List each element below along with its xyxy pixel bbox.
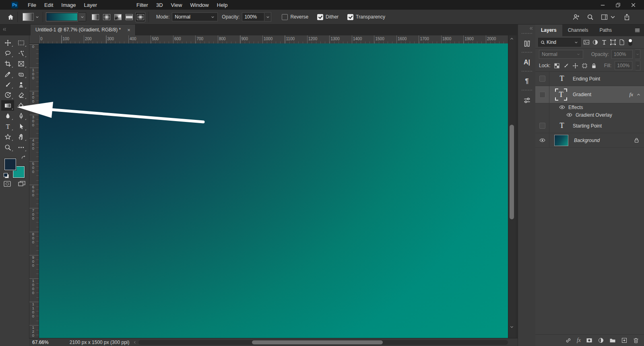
filter-kind-select[interactable]: Kind xyxy=(538,38,581,47)
character-panel-icon[interactable]: A| xyxy=(518,56,536,69)
eye-cell[interactable] xyxy=(535,133,549,147)
scroll-down-icon[interactable] xyxy=(510,325,514,329)
tool-history-brush[interactable] xyxy=(1,90,14,100)
blend-mode-select[interactable]: Normal xyxy=(172,12,218,21)
layer-opacity-input[interactable]: 100% xyxy=(611,50,633,59)
gradient-style-linear[interactable] xyxy=(90,12,100,22)
ruler-corner[interactable] xyxy=(29,35,39,44)
collapse-effects-icon[interactable] xyxy=(636,93,644,97)
default-colors-icon[interactable] xyxy=(4,173,9,178)
panel-tab-paths[interactable]: Paths xyxy=(594,24,617,36)
gradient-style-diamond[interactable] xyxy=(135,12,145,22)
menu-edit[interactable]: Edit xyxy=(40,2,57,8)
scroll-left-icon[interactable] xyxy=(133,340,137,344)
new-layer-icon[interactable] xyxy=(621,337,627,344)
vertical-ruler[interactable]: 01 0 02 0 03 0 04 0 05 0 06 0 07 0 08 0 … xyxy=(29,43,39,338)
layer-effect-row[interactable]: Gradient Overlay xyxy=(535,111,644,119)
restore-button[interactable] xyxy=(610,0,625,10)
layer-name[interactable]: Gradient xyxy=(573,92,591,97)
visibility-empty-box[interactable] xyxy=(539,76,545,82)
tool-crop[interactable] xyxy=(1,58,14,69)
panel-tab-layers[interactable]: Layers xyxy=(535,24,562,36)
transparency-checkbox-icon[interactable] xyxy=(347,14,353,20)
menu-3d[interactable]: 3D xyxy=(152,2,167,8)
screen-mode-icon[interactable] xyxy=(18,180,26,187)
workspace-switcher[interactable] xyxy=(601,14,616,21)
share-icon[interactable] xyxy=(623,14,630,21)
layer-row-gradient[interactable]: TGradientfx xyxy=(535,86,644,103)
visibility-eye-icon[interactable] xyxy=(539,138,545,142)
layer-style-icon[interactable]: fx xyxy=(577,337,581,344)
lock-transparent-pixels-icon[interactable] xyxy=(554,63,560,69)
layer-effect-row[interactable]: Effects xyxy=(535,103,644,111)
search-icon[interactable] xyxy=(587,14,594,21)
tool-patch[interactable] xyxy=(14,69,27,79)
document-tab[interactable]: Untitled-1 @ 67.7% (Gradient, RGB/8) * × xyxy=(31,24,136,35)
visibility-empty-box[interactable] xyxy=(539,123,545,129)
menu-filter[interactable]: Filter xyxy=(132,2,152,8)
layer-fill-chevron[interactable] xyxy=(636,61,640,70)
tool-zoom[interactable] xyxy=(1,142,14,152)
horizontal-scroll-thumb[interactable] xyxy=(252,340,383,344)
visibility-eye-icon[interactable] xyxy=(559,105,565,109)
layer-row-background[interactable]: Background xyxy=(535,133,644,148)
gradient-style-radial[interactable] xyxy=(101,12,111,22)
eye-cell[interactable] xyxy=(535,119,549,133)
gradient-style-reflected[interactable] xyxy=(124,12,134,22)
layer-row-ending-point[interactable]: TEnding Point xyxy=(535,72,644,86)
dither-checkbox-icon[interactable] xyxy=(317,14,323,20)
lock-position-icon[interactable] xyxy=(572,63,578,69)
gradient-editor-preview[interactable] xyxy=(46,13,78,21)
menu-layer[interactable]: Layer xyxy=(80,2,101,8)
reverse-checkbox-icon[interactable] xyxy=(282,14,288,20)
visibility-eye-icon[interactable] xyxy=(566,113,572,117)
menu-window[interactable]: Window xyxy=(186,2,213,8)
quick-mask-icon[interactable] xyxy=(3,180,11,187)
libraries-panel-icon[interactable] xyxy=(518,37,536,50)
gradient-style-angle[interactable] xyxy=(113,12,123,22)
tool-paint-bucket[interactable] xyxy=(14,100,27,111)
tool-edit-toolbar[interactable] xyxy=(14,142,27,152)
tool-frame[interactable] xyxy=(14,58,27,69)
filter-smart-objects-icon[interactable] xyxy=(619,39,625,45)
checkbox-dither[interactable]: Dither xyxy=(317,14,339,20)
fx-badge[interactable]: fx xyxy=(630,91,636,98)
tool-preset-picker[interactable] xyxy=(23,13,39,21)
lock-all-icon[interactable] xyxy=(591,63,597,69)
tool-gradient[interactable] xyxy=(1,100,14,111)
menu-view[interactable]: View xyxy=(167,2,186,8)
tool-eraser[interactable] xyxy=(14,90,27,100)
layer-name[interactable]: Ending Point xyxy=(573,76,600,82)
layer-name[interactable]: Background xyxy=(574,138,600,143)
checkbox-transparency[interactable]: Transparency xyxy=(347,14,385,20)
tool-magic-wand[interactable] xyxy=(14,48,27,58)
filter-adjustment-layers-icon[interactable] xyxy=(592,39,599,45)
filter-type-layers-icon[interactable] xyxy=(601,39,607,45)
home-icon[interactable] xyxy=(7,14,14,21)
tool-brush[interactable] xyxy=(1,79,14,90)
tool-pen[interactable] xyxy=(14,111,27,121)
tool-eyedropper[interactable] xyxy=(1,69,14,79)
vertical-scrollbar[interactable] xyxy=(508,35,516,338)
horizontal-ruler[interactable]: 0100200300400500600700800900100011001200… xyxy=(29,35,515,44)
scroll-up-icon[interactable] xyxy=(510,37,514,41)
tool-clone-stamp[interactable] xyxy=(14,79,27,90)
layer-fill-input[interactable]: 100% xyxy=(615,61,632,70)
tool-custom-shape[interactable] xyxy=(1,132,14,142)
tool-move[interactable] xyxy=(1,37,14,48)
gradient-picker-chevron[interactable] xyxy=(78,12,86,21)
layer-blend-mode-select[interactable]: Normal xyxy=(539,50,583,59)
tool-rectangular-marquee[interactable] xyxy=(14,37,27,48)
properties-panel-icon[interactable] xyxy=(518,93,536,107)
add-user-icon[interactable] xyxy=(573,14,580,21)
filter-shape-layers-icon[interactable] xyxy=(610,39,616,45)
layer-name[interactable]: Starting Point xyxy=(573,123,602,129)
layer-row-starting-point[interactable]: TStarting Point xyxy=(535,119,644,133)
panel-menu-icon[interactable] xyxy=(631,24,644,36)
tool-blur[interactable] xyxy=(1,111,14,121)
minimize-button[interactable] xyxy=(595,0,610,10)
zoom-level[interactable]: 67.66% xyxy=(29,340,52,345)
horizontal-scrollbar[interactable] xyxy=(138,340,508,345)
filter-pixel-layers-icon[interactable] xyxy=(583,39,590,45)
panel-tab-channels[interactable]: Channels xyxy=(562,24,594,36)
